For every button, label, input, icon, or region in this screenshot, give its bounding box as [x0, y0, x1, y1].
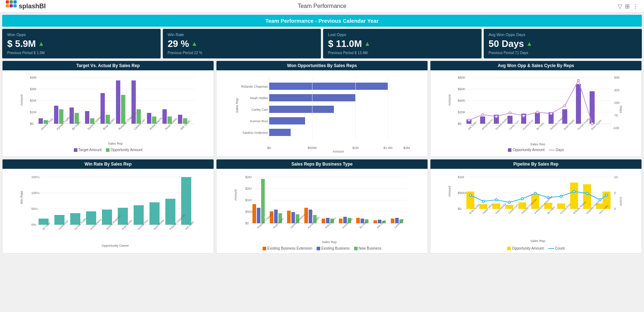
chart-pipeline-rep-svg: $1M $500K $0 10 5 0 — [433, 172, 639, 244]
svg-rect-181 — [391, 219, 394, 223]
svg-rect-53 — [269, 83, 388, 90]
legend-target-label: Target Amount — [79, 148, 102, 152]
svg-point-219 — [508, 201, 510, 203]
app-header: splashBI Team Performance ▽ ⊞ ⋮ — [0, 0, 644, 13]
svg-text:Sales Rep: Sales Rep — [322, 240, 337, 244]
chart-target-vs-actual-body: $4M $3M $2M $1M $0 — [3, 70, 214, 155]
svg-rect-127 — [70, 213, 80, 225]
svg-point-225 — [586, 192, 588, 194]
svg-text:$1M: $1M — [352, 146, 359, 150]
svg-point-94 — [468, 119, 470, 121]
svg-point-217 — [482, 200, 484, 202]
kpi-won-opps-arrow: ▲ — [38, 40, 45, 48]
legend-pipeline-count-line — [548, 248, 554, 249]
svg-text:Opportunity Owner: Opportunity Owner — [102, 244, 129, 247]
chart-sales-reps-biz: Sales Reps By Business Type $2M $2M $1M … — [216, 159, 428, 254]
chart-target-vs-actual-svg: $4M $3M $2M $1M $0 — [5, 73, 211, 145]
svg-rect-16 — [39, 118, 43, 124]
svg-rect-163 — [287, 211, 291, 223]
kpi-win-rate-value: 29 % ▲ — [168, 38, 316, 49]
legend-opp-amount-dot — [508, 148, 511, 152]
svg-rect-157 — [252, 204, 256, 223]
svg-rect-161 — [274, 210, 278, 223]
svg-point-96 — [495, 115, 497, 118]
kpi-won-opps-label: Won Opps — [7, 32, 156, 37]
legend-target-dot — [74, 148, 77, 152]
svg-rect-129 — [102, 210, 112, 225]
charts-row-1: Target Vs. Actual By Sales Rep $4M $3M $… — [2, 61, 642, 157]
chart-win-rate-rep: Win Rate By Sales Rep 150% 100% 50% 0% — [2, 159, 214, 254]
svg-rect-213 — [583, 184, 591, 209]
svg-rect-92 — [576, 84, 581, 124]
svg-point-100 — [550, 113, 552, 115]
svg-rect-175 — [356, 218, 360, 223]
svg-point-216 — [469, 194, 471, 196]
svg-point-101 — [564, 105, 566, 107]
svg-rect-24 — [100, 93, 105, 124]
kpi-win-rate-prev: Previous Period 22 % — [168, 51, 316, 55]
legend-pipeline-count: Count — [548, 246, 565, 250]
chart-avg-won-opp-legend: Opportunity Amount Days — [433, 148, 639, 152]
kpi-lost-opps-prev: Previous Period $ 13.4M — [328, 51, 477, 55]
svg-point-224 — [573, 190, 575, 193]
legend-days-line — [549, 150, 555, 150]
svg-text:5: 5 — [614, 191, 616, 195]
svg-text:$0: $0 — [267, 146, 271, 150]
svg-text:Sales Rep: Sales Rep — [530, 239, 545, 243]
svg-point-98 — [523, 115, 525, 117]
kpi-lost-opps-label: Lost Opps — [328, 32, 477, 37]
svg-text:600: 600 — [614, 76, 620, 79]
svg-text:$4M: $4M — [30, 76, 36, 79]
svg-text:Konnor Ruiz: Konnor Ruiz — [250, 119, 268, 123]
svg-text:Santino Anderson: Santino Anderson — [242, 131, 268, 135]
svg-rect-34 — [178, 115, 182, 124]
kpi-won-opps: Won Opps $ 5.9M ▲ Previous Period $ 1.6M — [2, 29, 161, 58]
svg-rect-27 — [121, 95, 125, 124]
svg-text:Noah Hobbs: Noah Hobbs — [250, 96, 268, 100]
svg-text:10: 10 — [614, 175, 618, 179]
kpi-row: Won Opps $ 5.9M ▲ Previous Period $ 1.6M… — [2, 29, 642, 58]
chart-won-opps-reps-title: Won Opportunities By Sales Reps — [216, 61, 428, 70]
svg-rect-3 — [6, 4, 9, 8]
svg-text:Sales Rep: Sales Rep — [108, 142, 123, 145]
legend-new-biz-dot — [354, 247, 358, 250]
svg-rect-18 — [54, 106, 58, 124]
legend-pipeline-count-label: Count — [555, 246, 565, 250]
svg-text:Amount: Amount — [234, 189, 237, 201]
legend-target-amount: Target Amount — [74, 148, 102, 152]
legend-existing-biz-ext: Existing Business Extension — [263, 246, 312, 250]
svg-point-102 — [577, 79, 580, 82]
svg-text:250: 250 — [614, 101, 620, 105]
svg-rect-131 — [134, 205, 144, 225]
svg-rect-22 — [85, 111, 89, 124]
dashboard-banner: Team Performance - Previous Calendar Yea… — [2, 15, 642, 27]
svg-text:Win Rate: Win Rate — [20, 191, 23, 204]
svg-text:Days: Days — [619, 106, 623, 113]
filter-icon[interactable]: ▽ — [618, 3, 622, 10]
chart-won-opps-reps-svg: Rolando Chapman Noah Hobbs Carley Carr K… — [219, 73, 425, 153]
legend-opp-label: Opportunity Amount — [111, 148, 142, 152]
svg-text:$0: $0 — [458, 207, 461, 211]
legend-pipeline-opp-dot — [507, 247, 511, 250]
chart-target-vs-actual-title: Target Vs. Actual By Sales Rep — [3, 61, 214, 70]
kpi-avg-days-arrow: ▲ — [526, 40, 533, 48]
chart-win-rate-rep-svg: 150% 100% 50% 0% Bo H — [5, 172, 211, 247]
kpi-win-rate-arrow: ▲ — [191, 40, 198, 48]
kpi-avg-days-prev: Previous Period 71 Days — [489, 51, 637, 55]
svg-text:Amount: Amount — [448, 185, 451, 197]
svg-rect-30 — [147, 113, 151, 124]
svg-point-226 — [599, 199, 601, 201]
kpi-win-rate-label: Win Rate — [168, 32, 316, 37]
legend-opp-amount: Opportunity Amount — [106, 148, 142, 152]
chart-pipeline-rep: Pipeline By Sales Rep $1M $500K $0 10 5 … — [430, 159, 642, 254]
svg-text:Amount: Amount — [20, 94, 23, 106]
svg-rect-169 — [322, 219, 325, 223]
more-icon[interactable]: ⋮ — [632, 3, 638, 10]
chart-avg-won-opp-title: Avg Won Opp & Sales Cycle By Reps — [430, 61, 641, 70]
chart-avg-won-opp-svg: $80K $60K $40K $20K $0 600 425 250 75 -1… — [433, 73, 639, 145]
svg-rect-158 — [257, 208, 260, 223]
svg-rect-172 — [339, 219, 343, 223]
expand-icon[interactable]: ⊞ — [625, 3, 630, 10]
kpi-avg-days-value: 50 Days ▲ — [489, 38, 637, 49]
kpi-lost-opps-arrow: ▲ — [364, 40, 371, 48]
